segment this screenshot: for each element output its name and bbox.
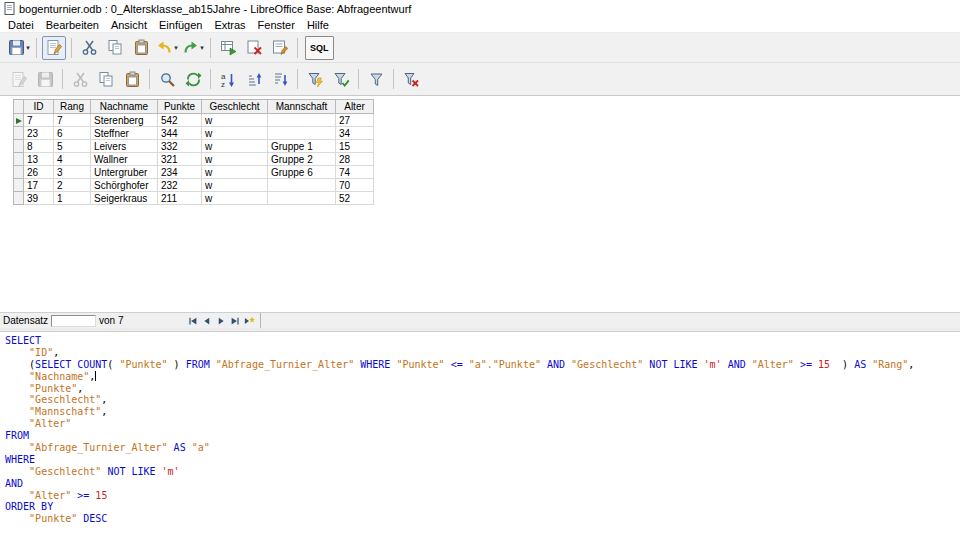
- menu-hilfe[interactable]: Hilfe: [301, 18, 335, 32]
- cell[interactable]: [268, 179, 336, 192]
- paste-button[interactable]: [120, 67, 144, 91]
- cell[interactable]: Seigerkraus: [91, 192, 158, 205]
- cell[interactable]: 28: [336, 153, 374, 166]
- cell[interactable]: w: [202, 140, 268, 153]
- row-selector[interactable]: [14, 153, 24, 166]
- design-view-button[interactable]: [268, 36, 292, 60]
- column-header-punkte[interactable]: Punkte: [158, 100, 202, 114]
- cell[interactable]: w: [202, 166, 268, 179]
- sql-mode-button[interactable]: SQL: [305, 36, 334, 60]
- cell[interactable]: w: [202, 127, 268, 140]
- row-selector[interactable]: [14, 179, 24, 192]
- cell[interactable]: Wallner: [91, 153, 158, 166]
- sort-ascending-button[interactable]: [242, 67, 266, 91]
- refresh-button[interactable]: [181, 67, 205, 91]
- record-number-input[interactable]: [51, 315, 96, 327]
- sort-button[interactable]: az: [216, 67, 240, 91]
- cell[interactable]: 34: [336, 127, 374, 140]
- dropdown-caret-icon[interactable]: ▾: [174, 44, 178, 52]
- column-header-alter[interactable]: Alter: [336, 100, 374, 114]
- cell[interactable]: 542: [158, 114, 202, 127]
- cell[interactable]: 8: [24, 140, 54, 153]
- dropdown-caret-icon[interactable]: ▾: [200, 44, 204, 52]
- cell[interactable]: 23: [24, 127, 54, 140]
- cell[interactable]: 234: [158, 166, 202, 179]
- cell[interactable]: Leivers: [91, 140, 158, 153]
- cell[interactable]: [268, 192, 336, 205]
- cell[interactable]: 3: [54, 166, 91, 179]
- column-header-mannschaft[interactable]: Mannschaft: [268, 100, 336, 114]
- auto-filter-button[interactable]: [303, 67, 327, 91]
- cell[interactable]: [268, 127, 336, 140]
- cell[interactable]: 74: [336, 166, 374, 179]
- menu-datei[interactable]: Datei: [2, 18, 40, 32]
- cell[interactable]: w: [202, 179, 268, 192]
- dropdown-caret-icon[interactable]: ▾: [26, 44, 30, 52]
- paste-button[interactable]: [129, 36, 153, 60]
- row-selector[interactable]: [14, 192, 24, 205]
- cell[interactable]: w: [202, 153, 268, 166]
- cell[interactable]: 5: [54, 140, 91, 153]
- apply-filter-button[interactable]: [329, 67, 353, 91]
- row-selector[interactable]: [14, 114, 24, 127]
- row-selector[interactable]: [14, 140, 24, 153]
- cell[interactable]: Schörghofer: [91, 179, 158, 192]
- column-header-geschlecht[interactable]: Geschlecht: [202, 100, 268, 114]
- cell[interactable]: 211: [158, 192, 202, 205]
- cell[interactable]: 39: [24, 192, 54, 205]
- cell[interactable]: 344: [158, 127, 202, 140]
- cell[interactable]: Gruppe 6: [268, 166, 336, 179]
- last-record-button[interactable]: [228, 314, 241, 327]
- column-header-rang[interactable]: Rang: [54, 100, 91, 114]
- copy-button[interactable]: [94, 67, 118, 91]
- menu-extras[interactable]: Extras: [208, 18, 251, 32]
- menu-einfgen[interactable]: Einfügen: [153, 18, 208, 32]
- cell[interactable]: 26: [24, 166, 54, 179]
- column-header-id[interactable]: ID: [24, 100, 54, 114]
- result-grid[interactable]: IDRangNachnamePunkteGeschlechtMannschaft…: [13, 99, 374, 205]
- cell[interactable]: 6: [54, 127, 91, 140]
- next-record-button[interactable]: [214, 314, 227, 327]
- column-header-nachname[interactable]: Nachname: [91, 100, 158, 114]
- sql-editor[interactable]: SELECT "ID", (SELECT COUNT( "Punkte" ) F…: [0, 332, 960, 540]
- cell[interactable]: Steffner: [91, 127, 158, 140]
- first-record-button[interactable]: [186, 314, 199, 327]
- cell[interactable]: Untergruber: [91, 166, 158, 179]
- clear-query-button[interactable]: [242, 36, 266, 60]
- reset-filter-button[interactable]: [399, 67, 423, 91]
- previous-record-button[interactable]: [200, 314, 213, 327]
- copy-button[interactable]: [103, 36, 127, 60]
- cell[interactable]: 1: [54, 192, 91, 205]
- undo-button[interactable]: ▾: [155, 36, 179, 60]
- menu-ansicht[interactable]: Ansicht: [105, 18, 153, 32]
- grid-corner[interactable]: [14, 100, 24, 114]
- cell[interactable]: Sterenberg: [91, 114, 158, 127]
- cut-button[interactable]: [77, 36, 101, 60]
- sort-descending-button[interactable]: [268, 67, 292, 91]
- cell[interactable]: 7: [24, 114, 54, 127]
- cell[interactable]: 321: [158, 153, 202, 166]
- cell[interactable]: 332: [158, 140, 202, 153]
- cell[interactable]: 15: [336, 140, 374, 153]
- menu-fenster[interactable]: Fenster: [252, 18, 301, 32]
- cell[interactable]: [268, 114, 336, 127]
- menu-bearbeiten[interactable]: Bearbeiten: [40, 18, 105, 32]
- find-record-button[interactable]: [155, 67, 179, 91]
- row-selector[interactable]: [14, 127, 24, 140]
- cell[interactable]: 70: [336, 179, 374, 192]
- cell[interactable]: w: [202, 192, 268, 205]
- new-record-button[interactable]: [242, 314, 255, 327]
- cell[interactable]: w: [202, 114, 268, 127]
- run-query-button[interactable]: [216, 36, 240, 60]
- standard-filter-button[interactable]: [364, 67, 388, 91]
- cell[interactable]: 7: [54, 114, 91, 127]
- cell[interactable]: Gruppe 2: [268, 153, 336, 166]
- cell[interactable]: 17: [24, 179, 54, 192]
- row-selector[interactable]: [14, 166, 24, 179]
- save-button[interactable]: ▾: [7, 36, 31, 60]
- cell[interactable]: 13: [24, 153, 54, 166]
- cell[interactable]: 4: [54, 153, 91, 166]
- cell[interactable]: 52: [336, 192, 374, 205]
- edit-data-button[interactable]: [42, 36, 66, 60]
- redo-button[interactable]: ▾: [181, 36, 205, 60]
